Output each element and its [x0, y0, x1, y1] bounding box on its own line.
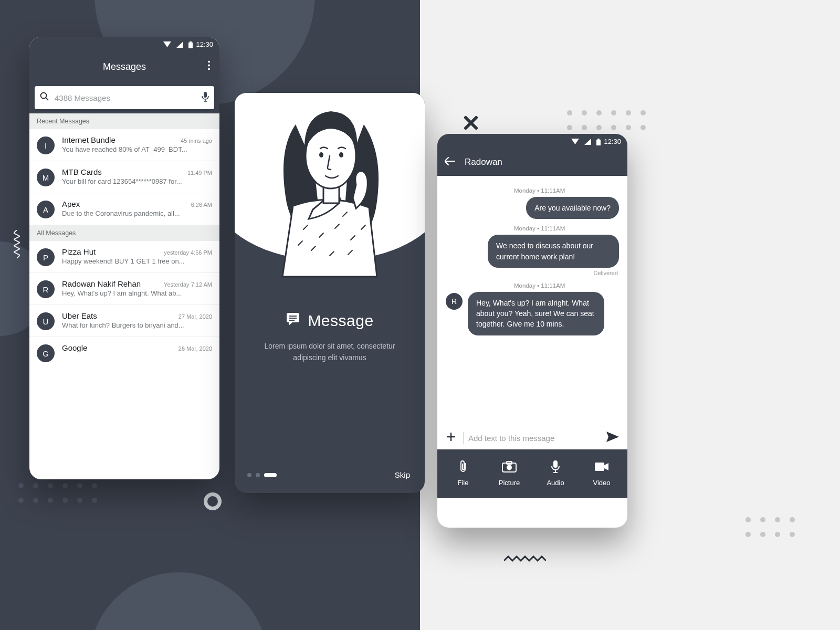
sender-name: Pizza Hut: [62, 247, 96, 256]
page-title: Messages: [103, 61, 146, 72]
onboarding-subtitle: Lorem ipsum dolor sit amet, consectetur …: [254, 340, 406, 364]
message-preview: Happy weekend! BUY 1 GET 1 free on...: [62, 257, 212, 265]
sender-name: Radowan Nakif Rehan: [62, 279, 141, 288]
list-header: Messages: [29, 51, 219, 82]
onboarding-title: Message: [308, 312, 373, 330]
svg-point-10: [319, 152, 323, 158]
attach-picture-button[interactable]: Picture: [488, 460, 531, 487]
compose-input[interactable]: [464, 432, 599, 444]
onboarding-text: Message Lorem ipsum dolor sit amet, cons…: [235, 311, 425, 364]
send-button[interactable]: [606, 432, 619, 444]
delivered-label: Delivered: [446, 270, 618, 276]
message-row[interactable]: M MTB Cards11:49 PM Your bill for card 1…: [29, 161, 219, 193]
cellular-icon: [174, 40, 183, 48]
svg-point-5: [41, 93, 47, 99]
attachment-bar: File Picture Audio Video: [437, 449, 627, 498]
pager[interactable]: [247, 473, 277, 477]
message-icon: [286, 311, 300, 330]
outgoing-bubble: We need to discuss about our current hom…: [488, 235, 619, 268]
message-row[interactable]: P Pizza Hutyesterday 4:56 PM Happy weeke…: [29, 241, 219, 273]
attach-video-label: Video: [593, 479, 610, 487]
wifi-icon: [161, 40, 171, 48]
message-time: 27 Mar, 2020: [178, 313, 212, 320]
video-icon: [594, 460, 609, 474]
battery-icon: [186, 40, 193, 48]
search-container: [29, 82, 219, 113]
more-options-button[interactable]: [204, 57, 214, 77]
message-time: 45 mins ago: [181, 138, 212, 144]
timestamp: Monday • 11:11AM: [446, 282, 619, 289]
hero-illustration: [235, 93, 425, 261]
attach-file-button[interactable]: File: [442, 460, 485, 487]
chat-header: Radowan: [437, 149, 627, 176]
incoming-bubble: Hey, What's up? I am alright. What about…: [468, 292, 604, 335]
pager-dot-1[interactable]: [247, 473, 251, 477]
svg-rect-27: [597, 139, 600, 140]
svg-point-31: [507, 465, 512, 470]
all-section-label: All Messages: [29, 225, 219, 241]
messages-list-screen: 12:30 Messages Recent Messages I Interne…: [29, 37, 219, 479]
deco-dots-light-br: [746, 517, 795, 537]
svg-rect-26: [596, 140, 601, 145]
avatar: G: [37, 344, 55, 362]
avatar: M: [37, 169, 55, 186]
status-time: 12:30: [604, 138, 621, 145]
message-preview: Your bill for card 123654******0987 for.…: [62, 177, 212, 185]
svg-rect-0: [188, 43, 193, 48]
chat-contact-name: Radowan: [465, 157, 502, 167]
sender-name: Google: [62, 343, 87, 352]
chat-body: Monday • 11:11AM Are you available now? …: [437, 176, 627, 426]
battery-icon: [594, 137, 601, 145]
compose-bar: [437, 426, 627, 449]
svg-point-2: [208, 61, 210, 63]
add-attachment-button[interactable]: [446, 432, 456, 444]
message-row[interactable]: A Apex6:26 AM Due to the Coronavirus pan…: [29, 193, 219, 225]
onboarding-screen: Message Lorem ipsum dolor sit amet, cons…: [235, 93, 425, 493]
message-preview: Hey, What's up? I am alright. What ab...: [62, 289, 212, 297]
timestamp: Monday • 11:11AM: [446, 225, 619, 232]
message-row[interactable]: G Google26 Mar, 2020: [29, 337, 219, 369]
search-input[interactable]: [55, 93, 196, 102]
avatar: A: [37, 201, 55, 218]
search-box[interactable]: [35, 86, 214, 109]
attach-audio-label: Audio: [547, 479, 564, 487]
search-icon: [40, 92, 49, 103]
svg-point-3: [208, 65, 210, 67]
wifi-icon: [569, 138, 579, 145]
pager-dot-2[interactable]: [256, 473, 260, 477]
mic-icon[interactable]: [202, 91, 209, 104]
deco-zigzag-bottom: [504, 555, 546, 565]
outgoing-bubble: Are you available now?: [526, 197, 619, 219]
message-preview: You have reached 80% of AT_499_BDT...: [62, 145, 212, 153]
conversation-screen: 12:30 Radowan Monday • 11:11AM Are you a…: [437, 134, 627, 528]
sender-name: MTB Cards: [62, 167, 102, 176]
all-messages-list: P Pizza Hutyesterday 4:56 PM Happy weeke…: [29, 241, 219, 369]
attach-file-label: File: [458, 479, 469, 487]
status-bar: 12:30: [29, 37, 219, 51]
sender-name: Internet Bundle: [62, 135, 116, 144]
svg-rect-34: [595, 463, 604, 471]
message-row[interactable]: U Uber Eats27 Mar, 2020 What for lunch? …: [29, 305, 219, 337]
message-row[interactable]: I Internet Bundle45 mins ago You have re…: [29, 129, 219, 161]
message-row[interactable]: R Radowan Nakif RehanYesterday 7:12 AM H…: [29, 273, 219, 305]
back-button[interactable]: [445, 157, 455, 168]
message-time: 11:49 PM: [187, 170, 212, 176]
pager-dot-active[interactable]: [264, 473, 277, 477]
status-bar: 12:30: [437, 134, 627, 149]
deco-dots-dark: [18, 483, 97, 503]
svg-line-6: [46, 98, 48, 100]
svg-point-11: [339, 152, 343, 158]
message-preview: What for lunch? Burgers to biryani and..…: [62, 321, 212, 329]
recent-section-label: Recent Messages: [29, 113, 219, 129]
attach-audio-button[interactable]: Audio: [534, 460, 577, 487]
deco-dots-light-tr: [567, 110, 646, 130]
attach-video-button[interactable]: Video: [580, 460, 623, 487]
attach-picture-label: Picture: [499, 479, 520, 487]
message-time: Yesterday 7:12 AM: [164, 281, 212, 288]
avatar: R: [37, 280, 55, 298]
deco-circle-bottom: [89, 572, 268, 630]
sender-name: Uber Eats: [62, 311, 97, 320]
avatar: I: [37, 136, 55, 154]
timestamp: Monday • 11:11AM: [446, 187, 619, 194]
skip-button[interactable]: Skip: [393, 467, 412, 482]
